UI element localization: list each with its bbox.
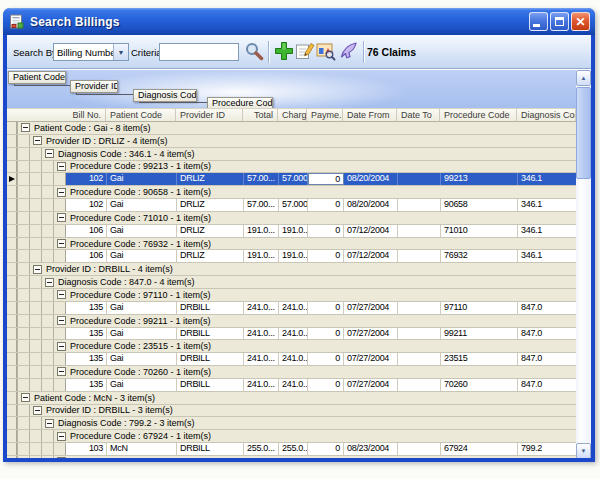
cell-date_to[interactable] [398,379,441,391]
cell-patient_code[interactable]: Gai [107,302,177,314]
cell-provider_id[interactable]: DRBILL [177,443,244,455]
cell-payments[interactable]: 0 [308,302,344,314]
cell-date_from[interactable]: 07/27/2004 [344,302,398,314]
collapse-icon[interactable] [57,367,66,376]
cell-date_to[interactable] [398,173,441,185]
cell-total[interactable]: 255.0... [244,443,279,455]
cell-charges[interactable]: 241.0... [279,302,308,314]
group-row[interactable]: Procedure Code : 70260 - 1 item(s) [7,366,576,379]
scrollbar-thumb[interactable] [576,87,591,179]
cell-total[interactable]: 241.0... [244,328,279,340]
collapse-icon[interactable] [57,316,66,325]
cell-total[interactable]: 241.0... [244,302,279,314]
collapse-icon[interactable] [57,239,66,248]
row-selector-gutter[interactable] [7,276,17,288]
cell-date_from[interactable]: 07/27/2004 [344,353,398,365]
cell-provider_id[interactable]: DRBILL [177,328,244,340]
cell-procedure_code[interactable]: 99213 [441,173,518,185]
row-selector-gutter[interactable] [7,199,17,211]
cell-payments[interactable]: 0 [308,328,344,340]
group-row[interactable]: Procedure Code : 97110 - 1 item(s) [7,289,576,302]
cell-date_to[interactable] [398,302,441,314]
collapse-icon[interactable] [21,123,30,132]
cell-payments[interactable]: 0 [308,353,344,365]
cell-total[interactable]: 191.0... [244,225,279,237]
cell-charges[interactable]: 241.0... [279,353,308,365]
cell-procedure_code[interactable]: 99211 [441,328,518,340]
group-row[interactable]: Procedure Code : 99213 - 1 item(s) [7,161,576,174]
cell-date_from[interactable]: 07/27/2004 [344,379,398,391]
group-row[interactable]: Patient Code : McN - 3 item(s) [7,392,576,405]
cell-bill_no[interactable]: 135 [66,302,107,314]
row-selector-gutter[interactable] [7,135,17,147]
row-selector-gutter[interactable] [7,225,17,237]
data-row[interactable]: 103McNDRBILL255.0...255.0...008/23/20046… [7,443,576,456]
cell-date_from[interactable]: 07/12/2004 [344,225,398,237]
cell-patient_code[interactable]: Gai [107,379,177,391]
cell-provider_id[interactable]: DRBILL [177,379,244,391]
cell-procedure_code[interactable]: 90658 [441,199,518,211]
collapse-icon[interactable] [57,162,66,171]
row-selector-gutter[interactable] [7,173,17,185]
cell-procedure_code[interactable]: 70260 [441,379,518,391]
cell-total[interactable]: 57.00... [244,199,279,211]
report-button[interactable] [315,41,337,63]
column-header-date_from[interactable]: Date From [343,109,397,121]
collapse-icon[interactable] [33,406,42,415]
cell-procedure_code[interactable]: 76932 [441,250,518,262]
edit-button[interactable] [294,41,316,63]
cell-charges[interactable]: 57.0000 [279,199,308,211]
cell-patient_code[interactable]: Gai [107,250,177,262]
data-row[interactable]: 135GaiDRBILL241.0...241.0...007/27/20047… [7,379,576,392]
search-button[interactable] [243,41,265,63]
row-selector-gutter[interactable] [7,392,17,404]
cell-diagnosis_code[interactable]: 346.1 [518,250,576,262]
cell-diagnosis_code[interactable]: 847.0 [518,379,576,391]
group-row[interactable]: Procedure Code : 23515 - 1 item(s) [7,340,576,353]
title-bar[interactable]: Search Billings ✕ [3,8,595,35]
collapse-icon[interactable] [57,342,66,351]
collapse-icon[interactable] [45,149,54,158]
cell-payments[interactable]: 0 [308,225,344,237]
cell-patient_code[interactable]: McN [107,443,177,455]
cell-provider_id[interactable]: DRLIZ [177,250,244,262]
group-row[interactable]: Procedure Code : 71010 - 1 item(s) [7,212,576,225]
row-selector-gutter[interactable] [7,443,17,455]
cell-patient_code[interactable]: Gai [107,328,177,340]
group-row[interactable]: Diagnosis Code : 847.0 - 4 item(s) [7,276,576,289]
group-row[interactable]: Diagnosis Code : 346.1 - 4 item(s) [7,148,576,161]
add-button[interactable] [273,41,295,63]
cell-bill_no[interactable]: 106 [66,250,107,262]
row-selector-gutter[interactable] [7,379,17,391]
group-row[interactable]: Procedure Code : 90658 - 1 item(s) [7,186,576,199]
cell-diagnosis_code[interactable]: 847.0 [518,328,576,340]
scroll-up-button[interactable]: ▲ [576,70,591,86]
chevron-down-icon[interactable]: ▼ [113,44,128,60]
cell-charges[interactable]: 241.0... [279,379,308,391]
row-selector-gutter[interactable] [7,456,17,458]
column-header-total[interactable]: Total [243,109,278,121]
cell-diagnosis_code[interactable]: 799.2 [518,443,576,455]
cell-procedure_code[interactable]: 67924 [441,443,518,455]
group-row[interactable]: Procedure Code : 67924 - 1 item(s) [7,430,576,443]
row-selector-gutter[interactable] [7,122,17,134]
cell-charges[interactable]: 241.0... [279,328,308,340]
row-selector-gutter[interactable] [7,302,17,314]
collapse-icon[interactable] [33,136,42,145]
criteria-input[interactable] [159,43,239,61]
row-selector-gutter[interactable] [7,250,17,262]
cell-bill_no[interactable]: 135 [66,379,107,391]
cell-procedure_code[interactable]: 97110 [441,302,518,314]
cell-date_to[interactable] [398,250,441,262]
cell-procedure_code[interactable]: 71010 [441,225,518,237]
column-header-payments[interactable]: Payme... [307,109,343,121]
cell-provider_id[interactable]: DRLIZ [177,199,244,211]
cell-total[interactable]: 241.0... [244,379,279,391]
collapse-icon[interactable] [57,213,66,222]
row-selector-gutter[interactable] [7,263,17,275]
row-selector-gutter[interactable] [7,366,17,378]
cell-diagnosis_code[interactable]: 346.1 [518,173,576,185]
cell-payments[interactable]: 0 [308,173,344,185]
group-row[interactable] [7,456,576,458]
cell-charges[interactable]: 255.0... [279,443,308,455]
